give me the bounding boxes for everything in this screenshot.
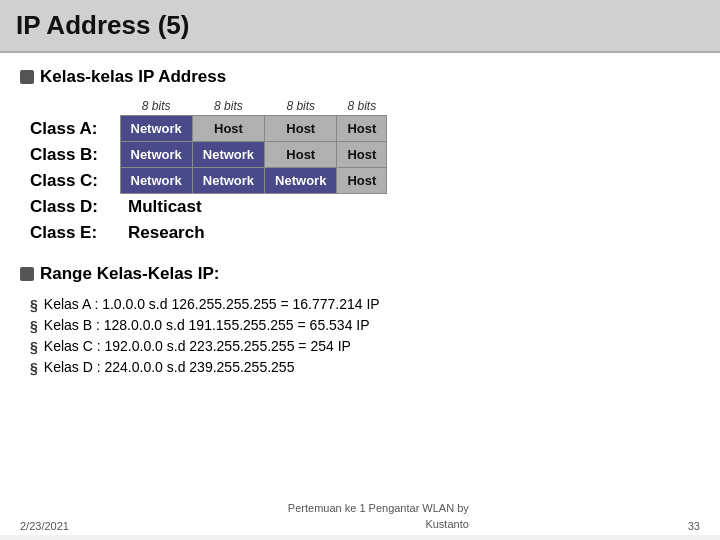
page-title: IP Address (5) [16, 10, 704, 41]
class-a-cell1: Network [120, 116, 192, 142]
class-c-cell2: Network [192, 168, 264, 194]
class-a-cell3: Host [265, 116, 337, 142]
class-b-cell4: Host [337, 142, 387, 168]
bits-header-row: 8 bits 8 bits 8 bits 8 bits [30, 99, 387, 116]
list-item: Kelas B : 128.0.0.0 s.d 191.155.255.255 … [30, 317, 700, 334]
class-b-cell2: Network [192, 142, 264, 168]
range-item-c: Kelas C : 192.0.0.0 s.d 223.255.255.255 … [44, 338, 351, 354]
footer-presenter: Pertemuan ke 1 Pengantar WLAN by [288, 501, 469, 516]
table-row-class-e: Class E: Research [30, 220, 387, 246]
class-b-cell1: Network [120, 142, 192, 168]
footer-right: Pertemuan ke 1 Pengantar WLAN by Kustant… [288, 501, 469, 532]
class-c-cell1: Network [120, 168, 192, 194]
class-b-label: Class B: [30, 142, 120, 168]
class-d-text: Multicast [120, 194, 387, 220]
bits-col2: 8 bits [192, 99, 264, 116]
table-row-class-a: Class A: Network Host Host Host [30, 116, 387, 142]
main-content: Kelas-kelas IP Address 8 bits 8 bits 8 b… [0, 53, 720, 535]
ip-class-table: 8 bits 8 bits 8 bits 8 bits Class A: Net… [30, 99, 387, 246]
range-item-d: Kelas D : 224.0.0.0 s.d 239.255.255.255 [44, 359, 295, 375]
section2-heading: Range Kelas-Kelas IP: [20, 264, 700, 284]
class-e-text: Research [120, 220, 387, 246]
ip-class-table-wrap: 8 bits 8 bits 8 bits 8 bits Class A: Net… [30, 99, 700, 246]
bits-col1: 8 bits [120, 99, 192, 116]
title-bar: IP Address (5) [0, 0, 720, 53]
class-a-label: Class A: [30, 116, 120, 142]
bits-col3: 8 bits [265, 99, 337, 116]
list-item: Kelas C : 192.0.0.0 s.d 223.255.255.255 … [30, 338, 700, 355]
range-list: Kelas A : 1.0.0.0 s.d 126.255.255.255 = … [30, 296, 700, 376]
table-row-class-c: Class C: Network Network Network Host [30, 168, 387, 194]
section1-heading: Kelas-kelas IP Address [20, 67, 700, 87]
section1-label: Kelas-kelas IP Address [40, 67, 226, 87]
range-section: Range Kelas-Kelas IP: Kelas A : 1.0.0.0 … [20, 264, 700, 376]
footer-page: 33 [688, 520, 700, 532]
class-c-cell4: Host [337, 168, 387, 194]
table-row-class-d: Class D: Multicast [30, 194, 387, 220]
bullet2-icon [20, 267, 34, 281]
footer-date: 2/23/2021 [20, 520, 69, 532]
title-sub: (5) [158, 10, 190, 40]
range-item-a: Kelas A : 1.0.0.0 s.d 126.255.255.255 = … [44, 296, 380, 312]
footer-name: Kustanto [288, 517, 469, 532]
table-row-class-b: Class B: Network Network Host Host [30, 142, 387, 168]
class-c-cell3: Network [265, 168, 337, 194]
range-item-b: Kelas B : 128.0.0.0 s.d 191.155.255.255 … [44, 317, 370, 333]
list-item: Kelas D : 224.0.0.0 s.d 239.255.255.255 [30, 359, 700, 376]
list-item: Kelas A : 1.0.0.0 s.d 126.255.255.255 = … [30, 296, 700, 313]
class-a-cell4: Host [337, 116, 387, 142]
class-c-label: Class C: [30, 168, 120, 194]
bullet-icon [20, 70, 34, 84]
footer: 2/23/2021 Pertemuan ke 1 Pengantar WLAN … [0, 501, 720, 532]
class-e-label: Class E: [30, 220, 120, 246]
section2-label: Range Kelas-Kelas IP: [40, 264, 220, 284]
title-main: IP Address [16, 10, 150, 40]
class-b-cell3: Host [265, 142, 337, 168]
label-spacer [30, 99, 120, 116]
bits-col4: 8 bits [337, 99, 387, 116]
class-a-cell2: Host [192, 116, 264, 142]
class-d-label: Class D: [30, 194, 120, 220]
